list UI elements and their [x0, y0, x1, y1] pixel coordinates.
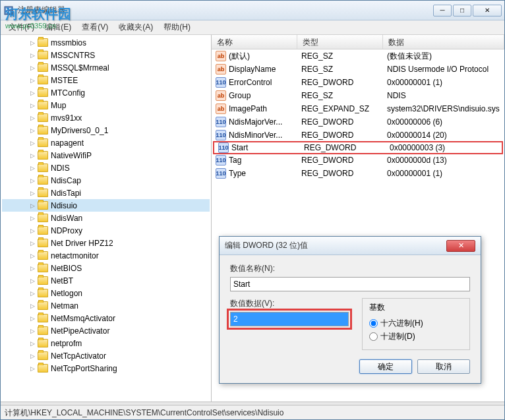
- dialog-close-button[interactable]: ✕: [446, 240, 475, 252]
- edit-dword-dialog: 编辑 DWORD (32 位)值 ✕ 数值名称(N): 数值数据(V): 基数 …: [219, 236, 481, 384]
- statusbar: 计算机\HKEY_LOCAL_MACHINE\SYSTEM\CurrentCon…: [1, 405, 504, 419]
- tree-item-netprofm[interactable]: ▷netprofm: [2, 337, 210, 349]
- menu-favorites[interactable]: 收藏夹(A): [113, 20, 158, 34]
- expand-icon[interactable]: ▷: [28, 189, 36, 197]
- expand-icon[interactable]: ▷: [28, 64, 36, 72]
- expand-icon[interactable]: ▷: [28, 177, 36, 185]
- expand-icon[interactable]: ▷: [28, 239, 36, 247]
- tree-item-ndiswan[interactable]: ▷NdisWan: [2, 212, 210, 224]
- value-name-label: 数值名称(N):: [230, 263, 470, 274]
- tree-label: NdisCap: [51, 176, 81, 185]
- tree-item-mvs91xx[interactable]: ▷mvs91xx: [2, 111, 210, 124]
- tree-item-mstee[interactable]: ▷MSTEE: [2, 74, 210, 86]
- expand-icon[interactable]: ▷: [28, 164, 36, 172]
- list-row[interactable]: abImagePathREG_EXPAND_SZsystem32\DRIVERS…: [212, 102, 504, 115]
- expand-icon[interactable]: ▷: [28, 51, 36, 59]
- menu-help[interactable]: 帮助(H): [158, 20, 196, 34]
- tree-item-netbios[interactable]: ▷NetBIOS: [2, 262, 210, 274]
- radix-dec-row[interactable]: 十进制(D): [369, 331, 463, 342]
- cell-data: NDIS: [383, 90, 504, 102]
- expand-icon[interactable]: ▷: [28, 89, 36, 97]
- expand-icon[interactable]: ▷: [28, 127, 36, 135]
- tree-item-msscntrs[interactable]: ▷MSSCNTRS: [2, 49, 210, 61]
- expand-icon[interactable]: ▷: [28, 289, 36, 297]
- tree-item-ndproxy[interactable]: ▷NDProxy: [2, 224, 210, 237]
- radix-dec-radio[interactable]: [369, 332, 378, 341]
- list-row[interactable]: abGroupREG_SZNDIS: [212, 89, 504, 102]
- tree-item-nettcpportsharing[interactable]: ▷NetTcpPortSharing: [2, 362, 210, 375]
- expand-icon[interactable]: ▷: [28, 340, 36, 347]
- expand-icon[interactable]: ▷: [28, 214, 36, 222]
- header-type[interactable]: 类型: [297, 35, 383, 49]
- expand-icon[interactable]: ▷: [28, 227, 36, 235]
- tree-item-netactmonitor[interactable]: ▷netactmonitor: [2, 249, 210, 262]
- list-row[interactable]: 110ErrorControlREG_DWORD0x00000001 (1): [212, 76, 504, 89]
- list-row[interactable]: abDisplayNameREG_SZNDIS Usermode I/O Pro…: [212, 63, 504, 76]
- tree-item-ndisuio[interactable]: ▷Ndisuio: [2, 199, 210, 212]
- reg-dword-icon: 110: [216, 77, 226, 88]
- tree-item-netpipeactivator[interactable]: ▷NetPipeActivator: [2, 324, 210, 337]
- expand-icon[interactable]: ▷: [28, 39, 36, 47]
- cell-data: system32\DRIVERS\ndisuio.sys: [383, 103, 504, 115]
- expand-icon[interactable]: ▷: [28, 152, 36, 160]
- header-data[interactable]: 数据: [383, 35, 504, 49]
- tree-item-ndis[interactable]: ▷NDIS: [2, 162, 210, 174]
- expand-icon[interactable]: ▷: [28, 365, 36, 373]
- list-row[interactable]: ab(默认)REG_SZ(数值未设置): [212, 49, 504, 63]
- list-row[interactable]: 110TypeREG_DWORD0x00000001 (1): [212, 167, 504, 180]
- list-row[interactable]: 110TagREG_DWORD0x0000000d (13): [212, 154, 504, 167]
- expand-icon[interactable]: ▷: [28, 302, 36, 310]
- tree-item-napagent[interactable]: ▷napagent: [2, 136, 210, 149]
- expand-icon[interactable]: ▷: [28, 315, 36, 322]
- value-name-input[interactable]: [230, 277, 470, 291]
- ok-button[interactable]: 确定: [359, 359, 412, 374]
- reg-dword-icon: 110: [216, 117, 226, 127]
- tree-item-netmsmqactivator[interactable]: ▷NetMsmqActivator: [2, 312, 210, 324]
- expand-icon[interactable]: ▷: [28, 252, 36, 260]
- reg-dword-icon: 110: [216, 130, 226, 140]
- folder-icon: [38, 176, 48, 185]
- tree-item-nettcpactivator[interactable]: ▷NetTcpActivator: [2, 349, 210, 362]
- expand-icon[interactable]: ▷: [28, 352, 36, 360]
- tree-item-mssmbios[interactable]: ▷mssmbios: [2, 36, 210, 49]
- radix-hex-radio[interactable]: [369, 319, 378, 328]
- tree-item-ndiscap[interactable]: ▷NdisCap: [2, 174, 210, 187]
- tree-item-netbt[interactable]: ▷NetBT: [2, 274, 210, 287]
- menu-view[interactable]: 查看(V): [76, 20, 113, 34]
- dialog-titlebar[interactable]: 编辑 DWORD (32 位)值 ✕: [220, 237, 481, 255]
- value-data-input[interactable]: [230, 312, 349, 326]
- minimize-button[interactable]: ─: [433, 5, 452, 16]
- cell-name: ImagePath: [229, 104, 267, 113]
- tree-panel[interactable]: ▷mssmbios▷MSSCNTRS▷MSSQL$Mrmeal▷MSTEE▷MT…: [1, 35, 212, 402]
- tree-item-mssql-mrmeal[interactable]: ▷MSSQL$Mrmeal: [2, 61, 210, 74]
- expand-icon[interactable]: ▷: [28, 202, 36, 210]
- tree-item-ndistapi[interactable]: ▷NdisTapi: [2, 187, 210, 199]
- tree-item-mup[interactable]: ▷Mup: [2, 99, 210, 111]
- cancel-button[interactable]: 取消: [417, 359, 470, 374]
- header-name[interactable]: 名称: [212, 35, 297, 49]
- tree-item-mydrivers0-0-1[interactable]: ▷MyDrivers0_0_1: [2, 124, 210, 136]
- menu-file[interactable]: 文件(F): [3, 20, 40, 34]
- expand-icon[interactable]: ▷: [28, 76, 36, 84]
- tree-item-nativewifip[interactable]: ▷NativeWifiP: [2, 149, 210, 162]
- close-button[interactable]: ✕: [473, 5, 502, 16]
- list-row[interactable]: 110StartREG_DWORD0x00000003 (3): [213, 141, 503, 154]
- expand-icon[interactable]: ▷: [28, 264, 36, 272]
- tree-label: netprofm: [51, 339, 82, 348]
- tree-item-mtconfig[interactable]: ▷MTConfig: [2, 86, 210, 99]
- radix-fieldset: 基数 十六进制(H) 十进制(D): [362, 298, 470, 350]
- expand-icon[interactable]: ▷: [28, 139, 36, 147]
- list-row[interactable]: 110NdisMajorVer...REG_DWORD0x00000006 (6…: [212, 115, 504, 129]
- list-row[interactable]: 110NdisMinorVer...REG_DWORD0x00000014 (2…: [212, 129, 504, 142]
- folder-icon: [38, 51, 48, 59]
- expand-icon[interactable]: ▷: [28, 277, 36, 285]
- expand-icon[interactable]: ▷: [28, 114, 36, 122]
- tree-item-netlogon[interactable]: ▷Netlogon: [2, 287, 210, 299]
- radix-hex-row[interactable]: 十六进制(H): [369, 318, 463, 329]
- maximize-button[interactable]: □: [453, 5, 471, 16]
- tree-item-net-driver-hpz12[interactable]: ▷Net Driver HPZ12: [2, 237, 210, 249]
- expand-icon[interactable]: ▷: [28, 102, 36, 109]
- expand-icon[interactable]: ▷: [28, 327, 36, 335]
- menu-edit[interactable]: 编辑(E): [40, 20, 76, 34]
- tree-item-netman[interactable]: ▷Netman: [2, 299, 210, 312]
